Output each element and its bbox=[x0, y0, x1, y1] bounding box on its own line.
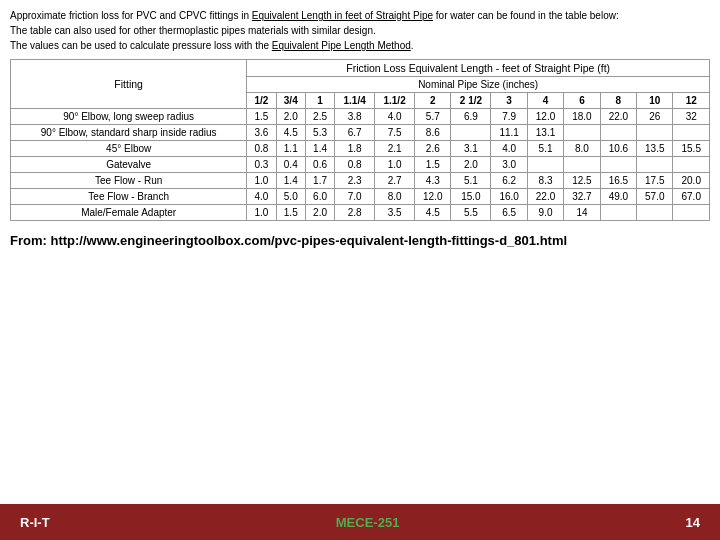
table-cell: 2.3 bbox=[335, 173, 375, 189]
fitting-name: Tee Flow - Branch bbox=[11, 189, 247, 205]
table-cell: 1.4 bbox=[305, 141, 334, 157]
table-cell: 2.8 bbox=[335, 205, 375, 221]
table-cell: 5.1 bbox=[527, 141, 563, 157]
table-cell: 18.0 bbox=[564, 109, 600, 125]
table-cell: 4.0 bbox=[247, 189, 276, 205]
table-cell bbox=[673, 125, 710, 141]
table-cell: 3.8 bbox=[335, 109, 375, 125]
table-cell: 6.2 bbox=[491, 173, 527, 189]
table-cell: 14 bbox=[564, 205, 600, 221]
table-cell: 3.1 bbox=[451, 141, 491, 157]
table-cell: 4.3 bbox=[415, 173, 451, 189]
link2[interactable]: Equivalent Pipe Length Method bbox=[272, 40, 411, 51]
table-cell bbox=[600, 205, 636, 221]
table-cell: 2.0 bbox=[276, 109, 305, 125]
table-cell bbox=[637, 205, 673, 221]
table-cell bbox=[673, 205, 710, 221]
table-cell: 1.4 bbox=[276, 173, 305, 189]
fitting-name: 90° Elbow, standard sharp inside radius bbox=[11, 125, 247, 141]
table-cell: 9.0 bbox=[527, 205, 563, 221]
col-header: 12 bbox=[673, 93, 710, 109]
table-cell: 0.6 bbox=[305, 157, 334, 173]
friction-table-container: Fitting Friction Loss Equivalent Length … bbox=[0, 59, 720, 221]
friction-table: Fitting Friction Loss Equivalent Length … bbox=[10, 59, 710, 221]
col-header: 4 bbox=[527, 93, 563, 109]
table-cell: 0.8 bbox=[247, 141, 276, 157]
fitting-name: Male/Female Adapter bbox=[11, 205, 247, 221]
table-cell: 1.5 bbox=[276, 205, 305, 221]
table-cell: 22.0 bbox=[527, 189, 563, 205]
table-cell: 20.0 bbox=[673, 173, 710, 189]
footer-center: MECE-251 bbox=[336, 515, 400, 530]
table-cell: 8.0 bbox=[564, 141, 600, 157]
table-cell: 5.0 bbox=[276, 189, 305, 205]
table-cell: 22.0 bbox=[600, 109, 636, 125]
table-cell: 12.5 bbox=[564, 173, 600, 189]
footer: R-I-T MECE-251 14 bbox=[0, 504, 720, 540]
table-cell: 4.0 bbox=[375, 109, 415, 125]
table-cell: 26 bbox=[637, 109, 673, 125]
table-cell bbox=[637, 157, 673, 173]
table-cell: 15.0 bbox=[451, 189, 491, 205]
table-cell: 4.5 bbox=[415, 205, 451, 221]
from-link[interactable]: From: http://www.engineeringtoolbox.com/… bbox=[0, 221, 720, 256]
table-cell: 2.0 bbox=[305, 205, 334, 221]
table-cell: 0.3 bbox=[247, 157, 276, 173]
table-cell: 1.8 bbox=[335, 141, 375, 157]
col-header: 1 bbox=[305, 93, 334, 109]
table-row: Tee Flow - Run1.01.41.72.32.74.35.16.28.… bbox=[11, 173, 710, 189]
table-cell bbox=[527, 157, 563, 173]
col-header: 1.1/4 bbox=[335, 93, 375, 109]
fitting-name: Tee Flow - Run bbox=[11, 173, 247, 189]
table-cell: 15.5 bbox=[673, 141, 710, 157]
intro-text: Approximate friction loss for PVC and CP… bbox=[0, 0, 720, 59]
table-cell: 5.5 bbox=[451, 205, 491, 221]
table-cell: 1.5 bbox=[247, 109, 276, 125]
table-row: 90° Elbow, long sweep radius1.52.02.53.8… bbox=[11, 109, 710, 125]
table-row: 45° Elbow0.81.11.41.82.12.63.14.05.18.01… bbox=[11, 141, 710, 157]
table-cell: 6.5 bbox=[491, 205, 527, 221]
table-cell: 2.0 bbox=[451, 157, 491, 173]
table-cell: 10.6 bbox=[600, 141, 636, 157]
table-row: Male/Female Adapter1.01.52.02.83.54.55.5… bbox=[11, 205, 710, 221]
col-header: 3 bbox=[491, 93, 527, 109]
col-header: 2 bbox=[415, 93, 451, 109]
table-cell: 8.6 bbox=[415, 125, 451, 141]
table-cell: 11.1 bbox=[491, 125, 527, 141]
table-cell: 6.7 bbox=[335, 125, 375, 141]
table-cell: 2.5 bbox=[305, 109, 334, 125]
table-cell: 7.9 bbox=[491, 109, 527, 125]
table-cell: 6.9 bbox=[451, 109, 491, 125]
col-header: 10 bbox=[637, 93, 673, 109]
table-cell: 13.5 bbox=[637, 141, 673, 157]
fitting-name: 90° Elbow, long sweep radius bbox=[11, 109, 247, 125]
table-cell: 5.7 bbox=[415, 109, 451, 125]
col-header: 6 bbox=[564, 93, 600, 109]
table-cell bbox=[673, 157, 710, 173]
link1[interactable]: Equivalent Length in feet of Straight Pi… bbox=[252, 10, 433, 21]
table-cell: 2.6 bbox=[415, 141, 451, 157]
table-cell: 16.0 bbox=[491, 189, 527, 205]
header-row-1: Fitting Friction Loss Equivalent Length … bbox=[11, 60, 710, 77]
table-row: 90° Elbow, standard sharp inside radius3… bbox=[11, 125, 710, 141]
fitting-header: Fitting bbox=[11, 60, 247, 109]
table-cell: 2.1 bbox=[375, 141, 415, 157]
fitting-name: 45° Elbow bbox=[11, 141, 247, 157]
table-cell: 0.4 bbox=[276, 157, 305, 173]
table-cell bbox=[564, 157, 600, 173]
table-cell: 57.0 bbox=[637, 189, 673, 205]
table-cell: 17.5 bbox=[637, 173, 673, 189]
table-cell: 3.0 bbox=[491, 157, 527, 173]
table-row: Tee Flow - Branch4.05.06.07.08.012.015.0… bbox=[11, 189, 710, 205]
table-cell: 3.5 bbox=[375, 205, 415, 221]
table-cell: 49.0 bbox=[600, 189, 636, 205]
table-cell: 3.6 bbox=[247, 125, 276, 141]
table-cell: 1.1 bbox=[276, 141, 305, 157]
table-cell: 8.0 bbox=[375, 189, 415, 205]
main-header: Friction Loss Equivalent Length - feet o… bbox=[247, 60, 710, 77]
col-header: 8 bbox=[600, 93, 636, 109]
table-cell: 32 bbox=[673, 109, 710, 125]
table-cell: 13.1 bbox=[527, 125, 563, 141]
table-cell: 67.0 bbox=[673, 189, 710, 205]
table-cell: 12.0 bbox=[415, 189, 451, 205]
